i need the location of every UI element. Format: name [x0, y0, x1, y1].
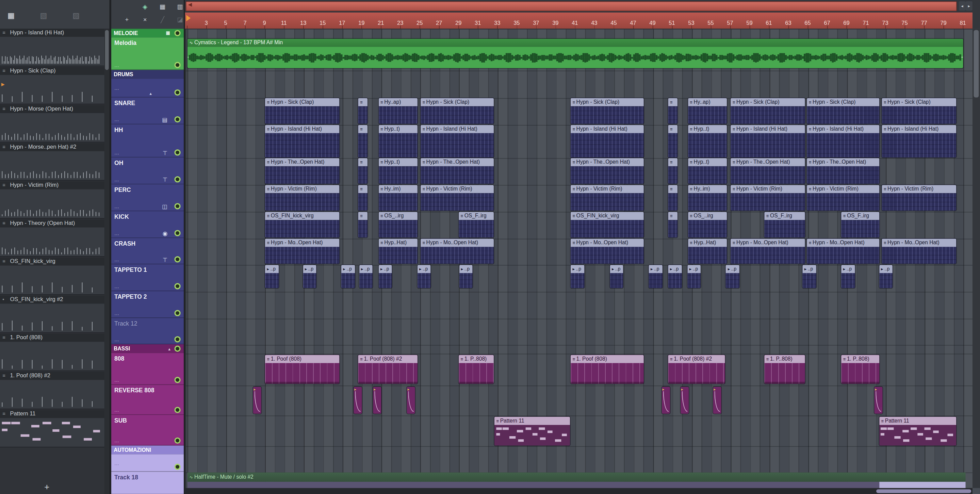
- draw-icon[interactable]: +: [123, 16, 131, 23]
- clip-tappeto-1[interactable]: ▸..p: [459, 265, 472, 288]
- clip-tappeto-1[interactable]: ▸..p: [610, 265, 623, 288]
- track-led[interactable]: [174, 230, 180, 236]
- clip-kick[interactable]: ≡: [358, 212, 368, 237]
- clip-snare[interactable]: ≡Hypn - Sick (Clap): [730, 98, 805, 124]
- track-group-melodie[interactable]: MELODIE▦: [111, 29, 184, 37]
- clip-header[interactable]: ∿HalfTime - Mute / solo #2: [188, 473, 966, 482]
- clip-header[interactable]: ≡Hypn - Sick (Clap): [571, 98, 644, 106]
- pattern-item[interactable]: •OS_FIN_kick_virg #2: [0, 295, 105, 334]
- pattern-item[interactable]: ≡Pattern 11: [0, 410, 105, 448]
- clip-header[interactable]: ≡Hypn - Victim (Rim): [882, 185, 956, 193]
- clip-reverse-808[interactable]: ▸: [373, 387, 382, 414]
- clip-crash[interactable]: ≡Hypn - Mo..Open Hat): [807, 239, 879, 264]
- clip-header[interactable]: ≡: [668, 125, 678, 133]
- track-header-snare[interactable]: SNARE...▤: [111, 98, 184, 124]
- track-header-melodia[interactable]: Melodia...: [111, 37, 184, 70]
- track-led[interactable]: [174, 283, 180, 289]
- clip-header[interactable]: ▸..p: [571, 265, 584, 273]
- clip-tappeto-1[interactable]: ▸..p: [841, 265, 854, 288]
- clip-hh[interactable]: ≡: [668, 125, 678, 157]
- clip-reverse-808[interactable]: ▸: [354, 387, 362, 414]
- clip-header[interactable]: ≡Hypn - The..Open Hat): [571, 158, 644, 166]
- clip-reverse-808[interactable]: ▸: [875, 387, 883, 414]
- clip-header[interactable]: ▸..p: [687, 265, 701, 273]
- clip-header[interactable]: ≡1. Poof (808): [265, 355, 340, 363]
- clip-header[interactable]: ≡Hyp..Hat): [379, 239, 417, 247]
- clip-header[interactable]: ▸..p: [265, 265, 278, 273]
- track-led[interactable]: [174, 336, 180, 342]
- clip-header[interactable]: ▸..p: [360, 265, 372, 273]
- clip-header[interactable]: ∿Cymatics - Legend - 137 BPM A# Min: [188, 39, 963, 47]
- clip-header[interactable]: ≡Hypn - Island (Hi Hat): [730, 125, 805, 133]
- clip-reverse-808[interactable]: ▸: [681, 387, 689, 414]
- clip-header[interactable]: ≡Hy..ap): [688, 98, 727, 106]
- pattern-item[interactable]: ≡Hypn - Theory (Open Hat): [0, 219, 105, 257]
- delete-icon[interactable]: ×: [140, 16, 150, 23]
- clip-header[interactable]: ≡Hypn - Island (Hi Hat): [807, 125, 879, 133]
- clip-header[interactable]: ▸..p: [341, 265, 355, 273]
- track-led[interactable]: [174, 437, 180, 444]
- pattern-grid-icon[interactable]: ▥: [176, 3, 185, 10]
- clip-header[interactable]: ≡1. Poof (808) #2: [668, 355, 725, 363]
- track-led[interactable]: [174, 346, 180, 352]
- timeline-scrollbar[interactable]: ◀: [185, 0, 972, 13]
- clip-header[interactable]: ≡Hypn - Mo..Open Hat): [807, 239, 879, 247]
- clip-tappeto-1[interactable]: ▸..p: [726, 265, 739, 288]
- clip-header[interactable]: ≡Hypn - Mo..Open Hat): [882, 239, 956, 247]
- clip-tappeto-1[interactable]: ▸..p: [649, 265, 662, 288]
- track-led[interactable]: [174, 464, 180, 470]
- collapse-arrow-icon[interactable]: ▲: [167, 345, 171, 354]
- clip-snare[interactable]: ≡: [668, 98, 678, 124]
- pattern-item[interactable]: ≡1. Poof (808) #2: [0, 372, 105, 410]
- clip-hh[interactable]: ≡Hypn - Island (Hi Hat): [265, 125, 340, 157]
- clip-header[interactable]: ≡Pattern 11: [879, 417, 956, 425]
- browser-icon[interactable]: ▨: [73, 11, 80, 20]
- clip-header[interactable]: ▸..p: [379, 265, 392, 273]
- clip-sub[interactable]: ≡Pattern 11: [495, 417, 570, 445]
- clip-tappeto-1[interactable]: ▸..p: [571, 265, 584, 288]
- clip-tappeto-1[interactable]: ▸..p: [341, 265, 355, 288]
- clip-header[interactable]: ≡Hypn - Island (Hi Hat): [571, 125, 644, 133]
- track-led[interactable]: [174, 407, 180, 413]
- clip-header[interactable]: ≡Hyp..Hat): [688, 239, 727, 247]
- clip-header[interactable]: ▸..p: [417, 265, 431, 273]
- clip-oh[interactable]: ≡Hypn - The..Open Hat): [807, 158, 879, 184]
- track-led[interactable]: [174, 176, 180, 183]
- clip-melodia[interactable]: ∿Cymatics - Legend - 137 BPM A# Min: [188, 39, 963, 68]
- clip-header[interactable]: ≡Hypn - Victim (Rim): [265, 185, 340, 193]
- clip-header[interactable]: ≡Hy..im): [688, 185, 727, 193]
- scrollbar-thumb[interactable]: [105, 30, 109, 70]
- clip-sub[interactable]: ≡Pattern 11: [879, 417, 956, 445]
- clip-808[interactable]: ≡1. Poof (808): [571, 355, 644, 383]
- pattern-item[interactable]: ≡Hypn - Victim (Rim): [0, 181, 105, 219]
- pattern-picker-icon[interactable]: ▦: [8, 11, 14, 20]
- playhead-marker[interactable]: [186, 15, 191, 21]
- clip-header[interactable]: ▸..p: [668, 265, 681, 273]
- track-led[interactable]: [174, 377, 180, 383]
- clip-header[interactable]: ≡OS_F..irg: [841, 212, 879, 220]
- clip-hh[interactable]: ≡Hyp..t): [688, 125, 727, 157]
- clip-header[interactable]: ≡Hyp..t): [379, 125, 417, 133]
- clip-808[interactable]: ≡1. Poof (808) #2: [668, 355, 725, 383]
- clip-reverse-808[interactable]: ▸: [662, 387, 670, 414]
- clip-808[interactable]: ≡1. P..808): [841, 355, 879, 383]
- clip-oh[interactable]: ≡: [668, 158, 678, 184]
- clip-808[interactable]: ≡1. P..808): [764, 355, 805, 383]
- clip-header[interactable]: ≡Hyp..t): [379, 158, 417, 166]
- track-header-reverse-808[interactable]: REVERSE 808...: [111, 385, 184, 415]
- clip-header[interactable]: ▸..p: [459, 265, 472, 273]
- add-pattern-button[interactable]: +: [37, 482, 56, 492]
- clip-header[interactable]: ≡1. P..808): [459, 355, 494, 363]
- track-header-808[interactable]: 808...: [111, 353, 184, 385]
- track-led[interactable]: [174, 256, 180, 262]
- clip-hh[interactable]: ≡Hypn - Island (Hi Hat): [730, 125, 805, 157]
- clip-hh[interactable]: ≡Hypn - Island (Hi Hat): [571, 125, 644, 157]
- clip-snare[interactable]: ≡: [358, 98, 368, 124]
- track-header-unnamed[interactable]: ...▲: [111, 79, 184, 97]
- track-group-bassi[interactable]: BASSI▲: [111, 344, 184, 353]
- clip-header[interactable]: ≡: [668, 158, 678, 166]
- pattern-item[interactable]: ≡Hypn - Morse (Open Hat): [0, 105, 105, 143]
- clip-perc[interactable]: ≡Hypn - Victim (Rim): [730, 185, 805, 211]
- clip-halftime[interactable]: ∿HalfTime - Mute / solo #2: [188, 473, 966, 489]
- clip-header[interactable]: ≡Hypn - Victim (Rim): [571, 185, 644, 193]
